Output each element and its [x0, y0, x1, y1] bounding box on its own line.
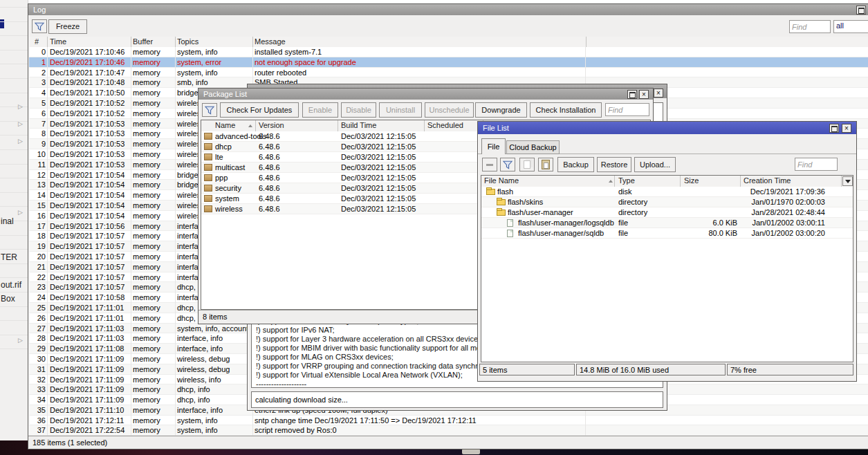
freeze-button[interactable]: Freeze	[48, 19, 87, 34]
file-size: 80.0 KiB	[682, 228, 737, 238]
sort-asc-icon	[248, 124, 252, 127]
column-header-scheduled[interactable]: Scheduled	[427, 121, 463, 129]
backup-button[interactable]: Backup	[557, 157, 594, 172]
log-cell-topics: system, info	[177, 425, 218, 435]
menu-item[interactable]: inal	[1, 216, 14, 226]
enable-button[interactable]: Enable	[302, 102, 338, 118]
menu-separator	[0, 320, 28, 321]
package-name: dhcp	[215, 142, 232, 151]
maximize-icon[interactable]	[627, 90, 637, 99]
log-cell-num: 3	[30, 77, 46, 87]
restore-icon[interactable]	[856, 6, 866, 15]
log-scope-select[interactable]: all	[833, 20, 868, 33]
file-filter-button[interactable]	[500, 158, 515, 171]
log-cell-num: 21	[30, 262, 46, 272]
file-list-window: File List × File Cloud Backup Backup Res…	[477, 121, 857, 382]
log-row[interactable]: 37Dec/19/2021 17:22:54memorysystem, info…	[29, 425, 868, 436]
package-version: 6.48.6	[259, 131, 280, 141]
file-row[interactable]: flash/user-manager/logsqldbfile6.0 KiBJa…	[481, 218, 853, 228]
paste-button[interactable]	[538, 158, 553, 171]
file-items-count: 5 items	[483, 366, 507, 374]
column-header-time[interactable]: Time	[50, 37, 66, 46]
close-icon[interactable]: ×	[639, 90, 649, 99]
package-find-input[interactable]	[605, 103, 649, 116]
tab-file[interactable]: File	[481, 138, 506, 154]
dock-item[interactable]	[462, 449, 480, 454]
log-row[interactable]: 1Dec/19/2021 17:10:46memorysystem, error…	[29, 57, 868, 68]
copy-button[interactable]	[519, 158, 535, 171]
log-row[interactable]: 0Dec/19/2021 17:10:46memorysystem, infoi…	[29, 47, 868, 57]
log-find-input[interactable]	[789, 20, 831, 33]
file-row[interactable]: flash/user-manager/sqldbfile80.0 KiBJan/…	[481, 228, 853, 239]
tab-cloud-backup[interactable]: Cloud Backup	[506, 140, 560, 154]
log-cell-buffer: memory	[133, 252, 160, 261]
package-filter-button[interactable]	[202, 103, 217, 117]
check-for-updates-button[interactable]: Check For Updates	[220, 102, 299, 118]
log-cell-buffer: memory	[133, 88, 160, 98]
menu-item[interactable]: TER	[1, 252, 17, 262]
downgrade-button[interactable]: Downgrade	[475, 102, 527, 118]
log-cell-buffer: memory	[133, 201, 160, 210]
menu-item[interactable]: out.rif	[1, 280, 21, 290]
menu-separator	[0, 93, 28, 93]
column-header-num[interactable]: #	[35, 37, 39, 46]
unschedule-button[interactable]: Unschedule	[425, 102, 474, 118]
package-titlebar[interactable]: Package List ×	[198, 89, 653, 100]
package-version: 6.48.6	[259, 152, 280, 162]
file-created: Jan/01/1970 02:00:03	[744, 197, 825, 207]
log-cell-buffer: memory	[133, 313, 160, 323]
disable-button[interactable]: Disable	[341, 102, 376, 118]
restore-button[interactable]: Restore	[597, 157, 631, 172]
log-cell-num: 13	[30, 180, 46, 189]
log-row[interactable]: 36Dec/19/2021 17:12:11memorysystem, info…	[29, 416, 868, 426]
uninstall-button[interactable]: Uninstall	[379, 102, 422, 118]
upload-button[interactable]: Upload...	[634, 157, 676, 172]
log-cell-buffer: memory	[133, 98, 160, 108]
log-cell-time: Dec/19/2021 17:10:57	[50, 262, 124, 272]
check-installation-button[interactable]: Check Installation	[530, 102, 602, 118]
column-select-button[interactable]	[842, 176, 853, 186]
file-find-input[interactable]	[795, 158, 838, 171]
column-header-type[interactable]: Type	[618, 176, 635, 185]
paste-icon	[542, 160, 550, 169]
sort-asc-icon	[609, 180, 613, 183]
file-name: flash/user-manager/logsqldb	[518, 218, 614, 228]
log-status: 185 items (1 selected)	[33, 438, 107, 447]
log-cell-time: Dec/19/2021 17:10:48	[50, 77, 124, 87]
column-header-buildtime[interactable]: Build Time	[341, 121, 376, 129]
log-cell-message: sntp change time Dec/19/2021 17:11:50 =>…	[255, 416, 477, 425]
log-cell-buffer: memory	[133, 272, 160, 282]
maximize-icon[interactable]	[829, 124, 839, 133]
log-filter-button[interactable]	[32, 19, 47, 33]
file-row[interactable]: flash/user-managerdirectoryJan/28/2021 0…	[481, 207, 853, 218]
log-titlebar[interactable]: Log	[28, 4, 868, 15]
file-titlebar[interactable]: File List ×	[478, 122, 856, 134]
menu-separator	[0, 64, 28, 64]
log-row[interactable]: 2Dec/19/2021 17:10:47memorysystem, infor…	[29, 68, 868, 78]
column-header-creation[interactable]: Creation Time	[744, 176, 791, 185]
menu-separator	[0, 7, 28, 8]
column-header-buffer[interactable]: Buffer	[133, 37, 153, 46]
delete-button[interactable]	[482, 158, 497, 171]
file-row[interactable]: flash/skinsdirectoryJan/01/1970 02:00:03	[481, 197, 853, 207]
column-header-version[interactable]: Version	[259, 121, 284, 129]
column-header-size[interactable]: Size	[684, 176, 699, 185]
column-header-message[interactable]: Message	[255, 37, 286, 46]
log-cell-num: 10	[30, 149, 46, 159]
column-header-filename[interactable]: File Name	[484, 176, 519, 185]
close-icon[interactable]: ×	[654, 89, 663, 98]
log-cell-time: Dec/19/2021 17:11:08	[50, 344, 124, 353]
log-cell-topics: wireless, debug	[177, 364, 230, 374]
log-cell-time: Dec/19/2021 17:11:09	[50, 354, 124, 364]
column-header-name[interactable]: Name	[215, 121, 235, 129]
file-name: flash/user-manager/sqldb	[518, 228, 604, 238]
column-header-topics[interactable]: Topics	[177, 37, 198, 46]
log-cell-buffer: memory	[133, 292, 160, 302]
log-cell-num: 37	[30, 425, 46, 435]
close-icon[interactable]: ×	[842, 124, 851, 133]
log-cell-buffer: memory	[133, 109, 160, 118]
package-box-icon	[204, 205, 212, 212]
menu-item[interactable]: Box	[1, 294, 15, 304]
file-row[interactable]: flashdiskDec/19/2021 17:09:36	[481, 187, 853, 197]
menu-separator	[0, 277, 28, 278]
